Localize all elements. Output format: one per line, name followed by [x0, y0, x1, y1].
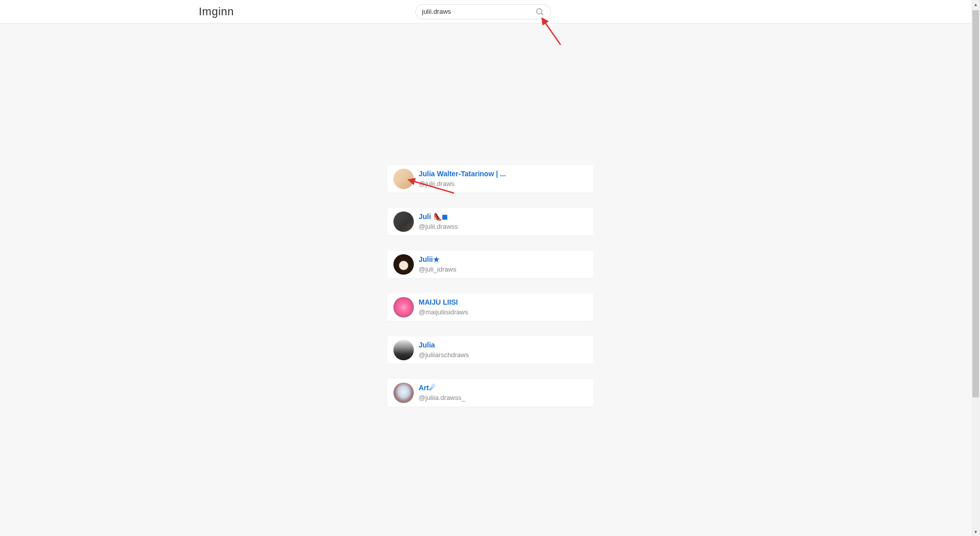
result-card[interactable]: Julii★@juli_idraws — [387, 251, 593, 278]
avatar — [393, 297, 414, 317]
result-card[interactable]: Julia@juliiarschdraws — [387, 336, 593, 364]
result-text: Art☄@juliia.drawss_ — [419, 384, 465, 402]
result-display-name: MAIJU LIISI — [419, 298, 468, 307]
scroll-up-icon[interactable]: ▴ — [971, 0, 980, 9]
result-display-name: Art☄ — [419, 384, 465, 393]
result-text: MAIJU LIISI@maijuliisidraws — [419, 298, 468, 316]
search-icon[interactable] — [535, 7, 544, 16]
result-card[interactable]: Juli 👠◼@julii.drawss — [387, 208, 593, 235]
search-container — [415, 4, 551, 19]
result-username: @julii.draws — [419, 180, 506, 188]
result-text: Julia@juliiarschdraws — [419, 341, 469, 359]
result-username: @juliia.drawss_ — [419, 394, 465, 402]
logo[interactable]: Imginn — [199, 5, 234, 18]
result-username: @juli_idraws — [419, 265, 457, 274]
header: Imginn — [0, 0, 980, 23]
result-text: Julia Walter-Tatarinow | ...@julii.draws — [419, 170, 506, 188]
avatar — [393, 340, 414, 360]
result-display-name: Juli 👠◼ — [419, 212, 458, 222]
scrollbar-thumb[interactable] — [972, 10, 979, 397]
search-input[interactable] — [422, 8, 535, 15]
avatar — [393, 254, 414, 275]
svg-line-3 — [544, 21, 561, 45]
svg-point-0 — [537, 9, 542, 14]
result-text: Julii★@juli_idraws — [419, 255, 457, 274]
result-display-name: Julii★ — [419, 255, 457, 264]
svg-line-1 — [541, 13, 543, 15]
avatar — [393, 169, 414, 189]
results-list: Julia Walter-Tatarinow | ...@julii.draws… — [387, 165, 593, 407]
result-card[interactable]: Art☄@juliia.drawss_ — [387, 379, 593, 407]
result-display-name: Julia Walter-Tatarinow | ... — [419, 170, 506, 179]
result-username: @juliiarschdraws — [419, 351, 469, 359]
result-display-name: Julia — [419, 341, 469, 350]
scroll-down-icon[interactable]: ▾ — [971, 527, 980, 536]
result-username: @julii.drawss — [419, 223, 458, 231]
result-card[interactable]: Julia Walter-Tatarinow | ...@julii.draws — [387, 165, 593, 193]
result-username: @maijuliisidraws — [419, 308, 468, 316]
scrollbar[interactable]: ▴ ▾ — [971, 0, 980, 536]
result-text: Juli 👠◼@julii.drawss — [419, 212, 458, 231]
result-card[interactable]: MAIJU LIISI@maijuliisidraws — [387, 293, 593, 321]
avatar — [393, 383, 414, 403]
avatar — [393, 211, 414, 232]
